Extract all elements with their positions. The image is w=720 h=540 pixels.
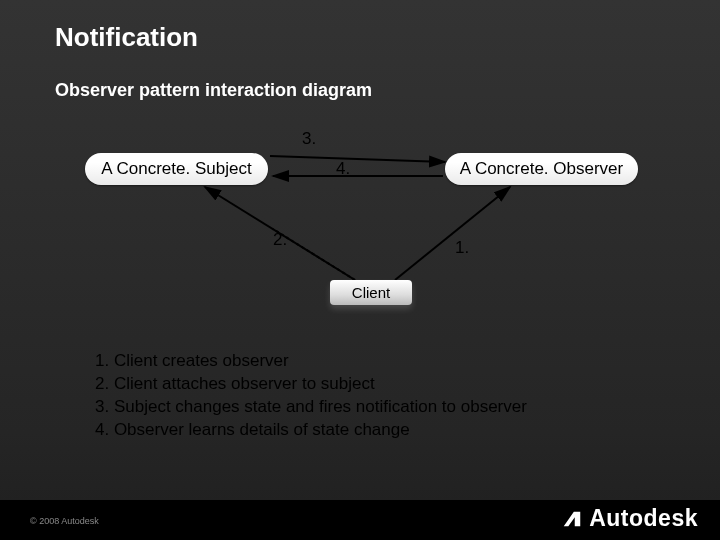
step-1: 1. Client creates observer bbox=[95, 350, 527, 373]
brand-logo: Autodesk bbox=[561, 505, 698, 532]
label-2: 2. bbox=[273, 230, 287, 250]
brand-text: Autodesk bbox=[589, 505, 698, 532]
label-4: 4. bbox=[336, 159, 350, 179]
node-concrete-subject: A Concrete. Subject bbox=[85, 153, 268, 185]
steps-list: 1. Client creates observer 2. Client att… bbox=[95, 350, 527, 442]
label-1: 1. bbox=[455, 238, 469, 258]
slide: Notification Observer pattern interactio… bbox=[0, 0, 720, 540]
copyright-text: © 2008 Autodesk bbox=[30, 516, 99, 526]
step-3: 3. Subject changes state and fires notif… bbox=[95, 396, 527, 419]
node-client: Client bbox=[330, 280, 412, 305]
step-4: 4. Observer learns details of state chan… bbox=[95, 419, 527, 442]
page-title: Notification bbox=[55, 22, 198, 53]
step-2: 2. Client attaches observer to subject bbox=[95, 373, 527, 396]
autodesk-icon bbox=[561, 508, 583, 530]
svg-line-0 bbox=[270, 156, 445, 162]
interaction-diagram: A Concrete. Subject A Concrete. Observer… bbox=[55, 125, 665, 325]
node-concrete-observer: A Concrete. Observer bbox=[445, 153, 638, 185]
footer-bar: © 2008 Autodesk Autodesk bbox=[0, 500, 720, 540]
label-3: 3. bbox=[302, 129, 316, 149]
svg-line-4 bbox=[395, 187, 510, 280]
section-subtitle: Observer pattern interaction diagram bbox=[55, 80, 372, 101]
